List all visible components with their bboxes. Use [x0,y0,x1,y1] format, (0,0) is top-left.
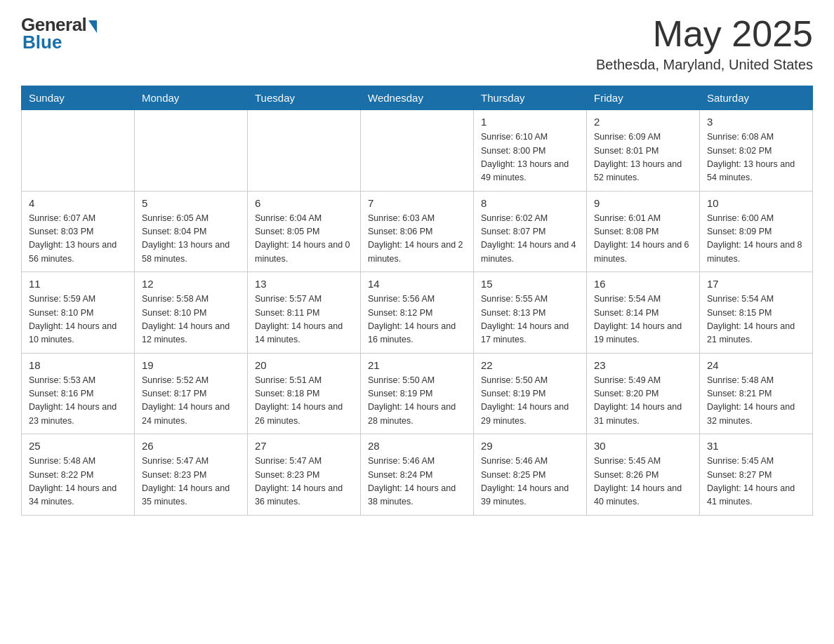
day-info: Sunrise: 6:00 AMSunset: 8:09 PMDaylight:… [707,212,805,267]
day-info: Sunrise: 6:08 AMSunset: 8:02 PMDaylight:… [707,130,805,185]
day-number: 25 [29,440,127,452]
day-info: Sunrise: 6:01 AMSunset: 8:08 PMDaylight:… [594,212,692,267]
day-info: Sunrise: 6:10 AMSunset: 8:00 PMDaylight:… [481,130,579,185]
day-number: 26 [142,440,240,452]
calendar-week-row: 4Sunrise: 6:07 AMSunset: 8:03 PMDaylight… [22,191,813,272]
day-number: 17 [707,278,805,290]
day-number: 10 [707,197,805,209]
day-of-week-header: Sunday [22,86,135,110]
day-info: Sunrise: 6:03 AMSunset: 8:06 PMDaylight:… [368,212,466,267]
calendar-cell: 14Sunrise: 5:56 AMSunset: 8:12 PMDayligh… [361,272,474,354]
day-info: Sunrise: 5:56 AMSunset: 8:12 PMDaylight:… [368,293,466,347]
calendar-cell: 24Sunrise: 5:48 AMSunset: 8:21 PMDayligh… [700,353,813,434]
day-number: 5 [142,197,240,209]
day-number: 31 [707,440,805,452]
day-info: Sunrise: 5:47 AMSunset: 8:23 PMDaylight:… [255,455,353,509]
calendar-cell [22,110,135,192]
day-info: Sunrise: 5:55 AMSunset: 8:13 PMDaylight:… [481,293,579,347]
day-number: 3 [707,116,805,128]
day-number: 6 [255,197,353,209]
day-number: 7 [368,197,466,209]
day-info: Sunrise: 5:49 AMSunset: 8:20 PMDaylight:… [594,374,692,429]
day-number: 16 [594,278,692,290]
day-number: 21 [368,359,466,371]
day-of-week-header: Friday [587,86,700,110]
calendar-cell: 5Sunrise: 6:05 AMSunset: 8:04 PMDaylight… [135,191,248,272]
calendar-cell: 26Sunrise: 5:47 AMSunset: 8:23 PMDayligh… [135,434,248,516]
day-info: Sunrise: 5:48 AMSunset: 8:22 PMDaylight:… [29,455,127,509]
calendar-week-row: 18Sunrise: 5:53 AMSunset: 8:16 PMDayligh… [22,353,813,434]
calendar-cell: 4Sunrise: 6:07 AMSunset: 8:03 PMDaylight… [22,191,135,272]
calendar-cell: 7Sunrise: 6:03 AMSunset: 8:06 PMDaylight… [361,191,474,272]
day-info: Sunrise: 5:57 AMSunset: 8:11 PMDaylight:… [255,293,353,347]
day-number: 14 [368,278,466,290]
day-info: Sunrise: 6:05 AMSunset: 8:04 PMDaylight:… [142,212,240,267]
day-info: Sunrise: 6:09 AMSunset: 8:01 PMDaylight:… [594,130,692,185]
day-number: 11 [29,278,127,290]
day-info: Sunrise: 6:04 AMSunset: 8:05 PMDaylight:… [255,212,353,267]
day-info: Sunrise: 5:47 AMSunset: 8:23 PMDaylight:… [142,455,240,509]
day-number: 22 [481,359,579,371]
day-info: Sunrise: 5:50 AMSunset: 8:19 PMDaylight:… [368,374,466,429]
calendar-cell [248,110,361,192]
calendar-cell: 10Sunrise: 6:00 AMSunset: 8:09 PMDayligh… [700,191,813,272]
day-number: 9 [594,197,692,209]
calendar-cell: 12Sunrise: 5:58 AMSunset: 8:10 PMDayligh… [135,272,248,354]
day-number: 18 [29,359,127,371]
calendar-subtitle: Bethesda, Maryland, United States [596,57,813,73]
calendar-title: May 2025 [596,14,813,54]
page-header: General Blue May 2025 Bethesda, Maryland… [21,14,813,73]
day-info: Sunrise: 6:07 AMSunset: 8:03 PMDaylight:… [29,212,127,267]
calendar-table: SundayMondayTuesdayWednesdayThursdayFrid… [21,86,813,516]
day-info: Sunrise: 5:48 AMSunset: 8:21 PMDaylight:… [707,374,805,429]
logo-blue-text: Blue [22,32,62,53]
calendar-week-row: 25Sunrise: 5:48 AMSunset: 8:22 PMDayligh… [22,434,813,516]
calendar-cell: 28Sunrise: 5:46 AMSunset: 8:24 PMDayligh… [361,434,474,516]
day-number: 20 [255,359,353,371]
calendar-cell: 13Sunrise: 5:57 AMSunset: 8:11 PMDayligh… [248,272,361,354]
day-info: Sunrise: 5:46 AMSunset: 8:25 PMDaylight:… [481,455,579,509]
calendar-cell: 2Sunrise: 6:09 AMSunset: 8:01 PMDaylight… [587,110,700,192]
calendar-cell: 19Sunrise: 5:52 AMSunset: 8:17 PMDayligh… [135,353,248,434]
day-number: 8 [481,197,579,209]
day-number: 2 [594,116,692,128]
day-number: 4 [29,197,127,209]
calendar-cell: 25Sunrise: 5:48 AMSunset: 8:22 PMDayligh… [22,434,135,516]
day-of-week-header: Saturday [700,86,813,110]
calendar-cell: 8Sunrise: 6:02 AMSunset: 8:07 PMDaylight… [474,191,587,272]
calendar-week-row: 11Sunrise: 5:59 AMSunset: 8:10 PMDayligh… [22,272,813,354]
calendar-cell: 22Sunrise: 5:50 AMSunset: 8:19 PMDayligh… [474,353,587,434]
day-info: Sunrise: 6:02 AMSunset: 8:07 PMDaylight:… [481,212,579,267]
calendar-cell: 15Sunrise: 5:55 AMSunset: 8:13 PMDayligh… [474,272,587,354]
calendar-cell [361,110,474,192]
day-info: Sunrise: 5:45 AMSunset: 8:26 PMDaylight:… [594,455,692,509]
day-number: 13 [255,278,353,290]
calendar-cell [135,110,248,192]
day-number: 28 [368,440,466,452]
calendar-header-row: SundayMondayTuesdayWednesdayThursdayFrid… [22,86,813,110]
day-info: Sunrise: 5:59 AMSunset: 8:10 PMDaylight:… [29,293,127,347]
day-info: Sunrise: 5:51 AMSunset: 8:18 PMDaylight:… [255,374,353,429]
day-info: Sunrise: 5:54 AMSunset: 8:15 PMDaylight:… [707,293,805,347]
day-info: Sunrise: 5:50 AMSunset: 8:19 PMDaylight:… [481,374,579,429]
calendar-cell: 20Sunrise: 5:51 AMSunset: 8:18 PMDayligh… [248,353,361,434]
calendar-cell: 9Sunrise: 6:01 AMSunset: 8:08 PMDaylight… [587,191,700,272]
day-of-week-header: Thursday [474,86,587,110]
day-of-week-header: Wednesday [361,86,474,110]
calendar-cell: 31Sunrise: 5:45 AMSunset: 8:27 PMDayligh… [700,434,813,516]
calendar-cell: 21Sunrise: 5:50 AMSunset: 8:19 PMDayligh… [361,353,474,434]
calendar-cell: 29Sunrise: 5:46 AMSunset: 8:25 PMDayligh… [474,434,587,516]
calendar-cell: 30Sunrise: 5:45 AMSunset: 8:26 PMDayligh… [587,434,700,516]
day-number: 15 [481,278,579,290]
calendar-cell: 1Sunrise: 6:10 AMSunset: 8:00 PMDaylight… [474,110,587,192]
calendar-cell: 27Sunrise: 5:47 AMSunset: 8:23 PMDayligh… [248,434,361,516]
calendar-cell: 3Sunrise: 6:08 AMSunset: 8:02 PMDaylight… [700,110,813,192]
day-info: Sunrise: 5:54 AMSunset: 8:14 PMDaylight:… [594,293,692,347]
day-number: 12 [142,278,240,290]
calendar-cell: 11Sunrise: 5:59 AMSunset: 8:10 PMDayligh… [22,272,135,354]
day-info: Sunrise: 5:46 AMSunset: 8:24 PMDaylight:… [368,455,466,509]
title-section: May 2025 Bethesda, Maryland, United Stat… [596,14,813,73]
day-info: Sunrise: 5:52 AMSunset: 8:17 PMDaylight:… [142,374,240,429]
day-number: 1 [481,116,579,128]
calendar-cell: 16Sunrise: 5:54 AMSunset: 8:14 PMDayligh… [587,272,700,354]
